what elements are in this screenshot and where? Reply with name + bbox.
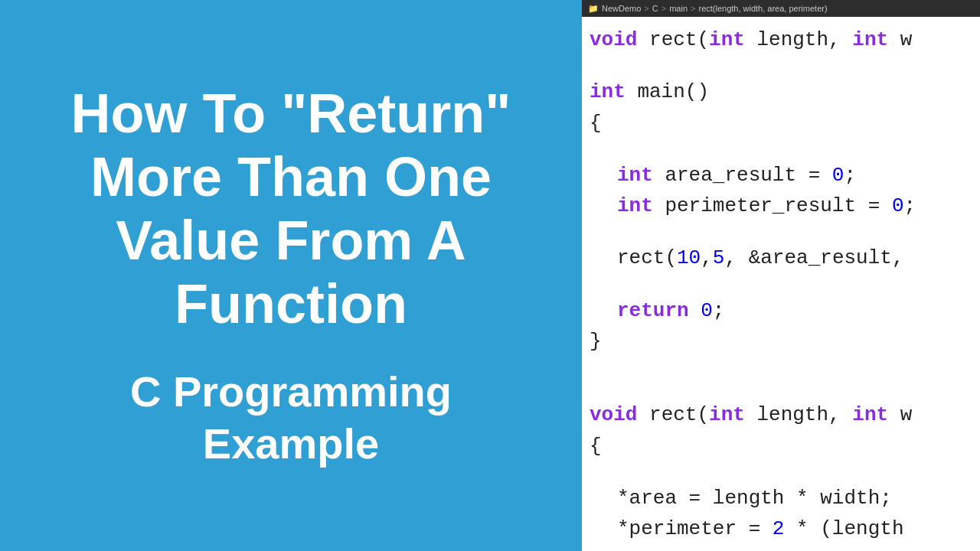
code-line-main-sig: int main() [590,77,980,107]
blank-line-1 [590,55,980,77]
title-line1: How To "Return" [71,83,511,144]
breadcrumb-sep3: > [691,4,695,13]
code-line-area-decl: int area_result = 0; [590,160,980,191]
left-panel: How To "Return" More Than One Value From… [0,0,582,551]
code-line-rect-call: rect(10,5, &area_result, [590,243,980,273]
code-line-close1: } [590,326,980,357]
main-title: How To "Return" More Than One Value From… [71,82,511,335]
title-line4: Function [175,273,407,334]
code-line-perim-assign: *perimeter = 2 * (length [590,514,980,544]
breadcrumb-sep1: > [644,4,648,13]
code-line-open1: { [590,108,980,139]
code-line-open2: { [590,431,980,461]
blank-line-6 [590,378,980,399]
blank-line-5 [590,357,980,378]
breadcrumb-main: main [669,4,688,13]
subtitle-line2: Example [203,419,379,468]
blank-line-7 [590,461,980,483]
breadcrumb-icon: 📁 [588,4,599,14]
code-line-area-assign: *area = length * width; [590,483,980,514]
breadcrumb-c: C [652,4,658,13]
code-line-perim-decl: int perimeter_result = 0; [590,191,980,221]
title-line3: Value From A [116,210,466,271]
code-line-func-top: void rect(int length, int w [590,24,980,55]
blank-line-3 [590,221,980,243]
breadcrumb: 📁 NewDemo > C > main > rect(length, widt… [582,0,980,17]
breadcrumb-func: rect(length, width, area, perimeter) [698,4,827,13]
code-line-func-bottom: void rect(int length, int w [590,399,980,430]
blank-line-4 [590,274,980,295]
code-line-return: return 0; [590,295,980,326]
right-panel: 📁 NewDemo > C > main > rect(length, widt… [582,0,980,551]
blank-line-2 [590,139,980,160]
subtitle: C Programming Example [130,366,452,468]
breadcrumb-sep2: > [662,4,666,13]
title-line2: More Than One [90,146,492,207]
subtitle-line1: C Programming [130,367,452,416]
code-area: void rect(int length, int w int main() {… [582,17,980,551]
code-line-close2: } [590,545,980,551]
breadcrumb-newdemo: NewDemo [602,4,641,13]
